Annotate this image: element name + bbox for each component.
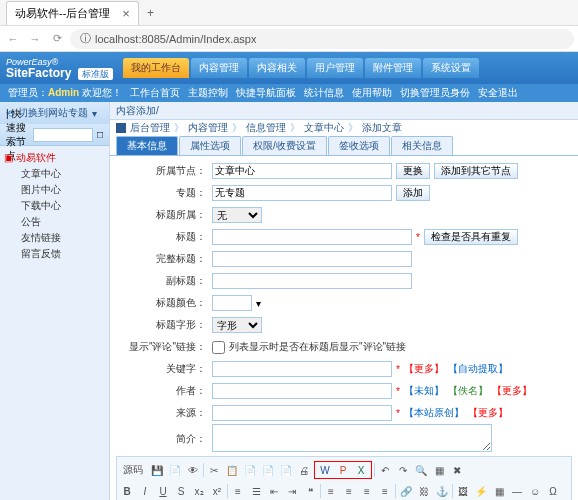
sublink-switch[interactable]: 切换管理员身份 [400,86,470,100]
au-anon-link[interactable]: 【佚名】 [448,384,488,398]
change-button[interactable]: 更换 [396,163,430,179]
ed-paste-word-icon[interactable]: 📄 [278,462,294,478]
title-input[interactable] [212,229,412,245]
ed-preview-icon[interactable]: 👁 [185,462,201,478]
ed-find-icon[interactable]: 🔍 [413,462,429,478]
src-site-link[interactable]: 【本站原创】 [404,406,464,420]
ed-new-icon[interactable]: 📄 [167,462,183,478]
ed-save-icon[interactable]: 💾 [149,462,165,478]
keyword-input[interactable] [212,361,392,377]
ed-emoji-icon[interactable]: ☺ [527,483,543,499]
subtitle-input[interactable] [212,273,412,289]
menu-content[interactable]: 内容管理 [191,58,247,78]
ed-clear-icon[interactable]: ✖ [449,462,465,478]
menu-workbench[interactable]: 我的工作台 [123,58,189,78]
ed-source-button[interactable]: 源码 [119,462,147,478]
tree-item-guest[interactable]: 留言反馈 [4,246,105,262]
ed-bold-icon[interactable]: B [119,483,135,499]
menu-user[interactable]: 用户管理 [307,58,363,78]
ed-hr-icon[interactable]: — [509,483,525,499]
ed-copy-icon[interactable]: 📋 [224,462,240,478]
titlecolor-input[interactable] [212,295,252,311]
crumb-0[interactable]: 后台管理 [130,121,170,135]
src-more-link[interactable]: 【更多】 [468,406,508,420]
ed-word-icon[interactable]: W [317,462,333,478]
node-input[interactable] [212,163,392,179]
kw-more-link[interactable]: 【更多】 [404,362,444,376]
ed-ul-icon[interactable]: ☰ [248,483,264,499]
kw-auto-link[interactable]: 【自动提取】 [448,362,508,376]
ed-excel-icon[interactable]: X [353,462,369,478]
ed-link-icon[interactable]: 🔗 [398,483,414,499]
ed-char-icon[interactable]: Ω [545,483,561,499]
sublink-stats[interactable]: 统计信息 [304,86,344,100]
add-button[interactable]: 添加 [396,185,430,201]
tab-related[interactable]: 相关信息 [391,136,453,155]
topic-input[interactable] [212,185,392,201]
sublink-home[interactable]: 工作台首页 [130,86,180,100]
ed-paste-icon[interactable]: 📄 [242,462,258,478]
crumb-2[interactable]: 信息管理 [246,121,286,135]
srcnode-select[interactable]: 无 [212,207,262,223]
ed-strike-icon[interactable]: S [173,483,189,499]
ed-table-icon[interactable]: ▦ [491,483,507,499]
ed-sub-icon[interactable]: x₂ [191,483,207,499]
tree-item-notice[interactable]: 公告 [4,214,105,230]
tab-sign[interactable]: 签收选项 [328,136,390,155]
new-tab-button[interactable]: + [147,6,154,20]
ed-redo-icon[interactable]: ↷ [395,462,411,478]
nav-back-icon[interactable]: ← [4,30,22,48]
tree-item-download[interactable]: 下载中心 [4,198,105,214]
ed-sup-icon[interactable]: x² [209,483,225,499]
ed-ppt-icon[interactable]: P [335,462,351,478]
crumb-1[interactable]: 内容管理 [188,121,228,135]
sublink-help[interactable]: 使用帮助 [352,86,392,100]
sublink-theme[interactable]: 主题控制 [188,86,228,100]
collapse-icon[interactable]: □ [97,129,103,140]
titlestyle-select[interactable]: 字形 [212,317,262,333]
ed-undo-icon[interactable]: ↶ [377,462,393,478]
showcomment-checkbox[interactable] [212,341,225,354]
nav-reload-icon[interactable]: ⟳ [48,30,66,48]
fulltitle-input[interactable] [212,251,412,267]
search-input[interactable] [33,128,93,142]
tree-item-article[interactable]: 文章中心 [4,166,105,182]
ed-anchor-icon[interactable]: ⚓ [434,483,450,499]
tab-basic[interactable]: 基本信息 [116,136,178,155]
ed-underline-icon[interactable]: U [155,483,171,499]
ed-outdent-icon[interactable]: ⇤ [266,483,282,499]
ed-image-icon[interactable]: 🖼 [455,483,471,499]
sublink-nav[interactable]: 快捷导航面板 [236,86,296,100]
au-more-link[interactable]: 【更多】 [492,384,532,398]
menu-related[interactable]: 内容相关 [249,58,305,78]
menu-system[interactable]: 系统设置 [423,58,479,78]
color-pick-icon[interactable]: ▾ [256,298,261,309]
ed-align-left-icon[interactable]: ≡ [323,483,339,499]
ed-align-right-icon[interactable]: ≡ [359,483,375,499]
ed-ol-icon[interactable]: ≡ [230,483,246,499]
check-dup-button[interactable]: 检查是否具有重复 [424,229,518,245]
browser-tab[interactable]: 动易软件--后台管理 × [6,1,139,25]
tree-item-image[interactable]: 图片中心 [4,182,105,198]
source-input[interactable] [212,405,392,421]
au-unknown-link[interactable]: 【未知】 [404,384,444,398]
ed-unlink-icon[interactable]: ⛓ [416,483,432,499]
ed-align-center-icon[interactable]: ≡ [341,483,357,499]
ed-cut-icon[interactable]: ✂ [206,462,222,478]
ed-select-all-icon[interactable]: ▦ [431,462,447,478]
intro-textarea[interactable] [212,424,492,452]
nav-forward-icon[interactable]: → [26,30,44,48]
menu-attach[interactable]: 附件管理 [365,58,421,78]
tree-root[interactable]: ▣ 动易软件 [4,150,105,166]
tab-close-icon[interactable]: × [122,6,130,21]
ed-print-icon[interactable]: 🖨 [296,462,312,478]
url-field[interactable]: ⓘ localhost:8085/Admin/Index.aspx [70,29,574,49]
tree-item-links[interactable]: 友情链接 [4,230,105,246]
crumb-3[interactable]: 文章中心 [304,121,344,135]
ed-paste-text-icon[interactable]: 📄 [260,462,276,478]
author-input[interactable] [212,383,392,399]
add-other-node-button[interactable]: 添加到其它节点 [434,163,518,179]
ed-indent-icon[interactable]: ⇥ [284,483,300,499]
ed-italic-icon[interactable]: I [137,483,153,499]
tab-attr[interactable]: 属性选项 [179,136,241,155]
